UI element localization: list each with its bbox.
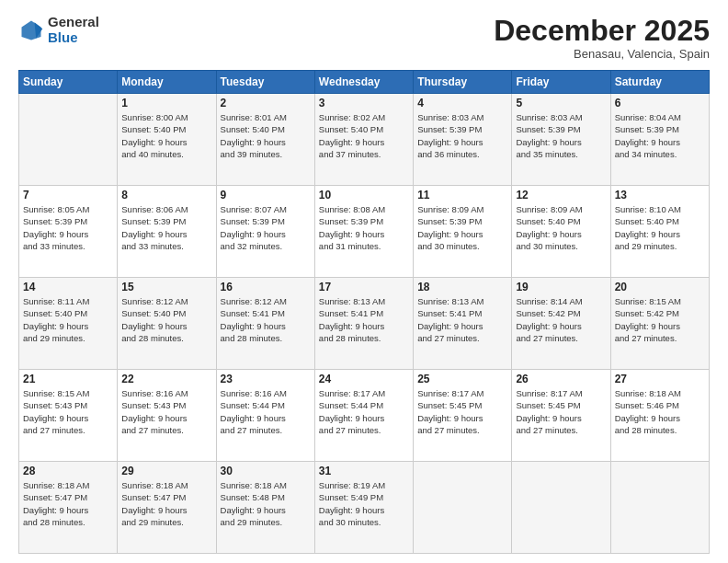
day-info: Sunrise: 8:12 AM Sunset: 5:41 PM Dayligh… (221, 295, 311, 344)
day-info: Sunrise: 8:08 AM Sunset: 5:39 PM Dayligh… (319, 203, 409, 252)
col-monday: Monday (118, 71, 216, 94)
day-info: Sunrise: 8:07 AM Sunset: 5:39 PM Dayligh… (221, 203, 311, 252)
day-info: Sunrise: 8:03 AM Sunset: 5:39 PM Dayligh… (516, 111, 606, 160)
day-number: 24 (319, 373, 409, 385)
day-info: Sunrise: 8:06 AM Sunset: 5:39 PM Dayligh… (121, 203, 211, 252)
day-info: Sunrise: 8:04 AM Sunset: 5:39 PM Dayligh… (615, 111, 705, 160)
day-number: 23 (221, 373, 311, 385)
calendar-cell: 25Sunrise: 8:17 AM Sunset: 5:45 PM Dayli… (414, 370, 512, 462)
calendar-cell: 30Sunrise: 8:18 AM Sunset: 5:48 PM Dayli… (216, 462, 314, 554)
calendar-cell: 28Sunrise: 8:18 AM Sunset: 5:47 PM Dayli… (19, 462, 118, 554)
calendar-cell: 14Sunrise: 8:11 AM Sunset: 5:40 PM Dayli… (19, 278, 118, 370)
calendar-cell: 11Sunrise: 8:09 AM Sunset: 5:39 PM Dayli… (414, 186, 512, 278)
day-info: Sunrise: 8:17 AM Sunset: 5:45 PM Dayligh… (516, 387, 606, 436)
calendar-cell: 8Sunrise: 8:06 AM Sunset: 5:39 PM Daylig… (118, 186, 216, 278)
calendar-cell: 22Sunrise: 8:16 AM Sunset: 5:43 PM Dayli… (118, 370, 216, 462)
day-info: Sunrise: 8:18 AM Sunset: 5:47 PM Dayligh… (23, 479, 113, 528)
day-info: Sunrise: 8:02 AM Sunset: 5:40 PM Dayligh… (319, 111, 409, 160)
day-number: 9 (221, 189, 311, 201)
calendar-cell: 26Sunrise: 8:17 AM Sunset: 5:45 PM Dayli… (512, 370, 610, 462)
calendar-week-3: 14Sunrise: 8:11 AM Sunset: 5:40 PM Dayli… (19, 278, 710, 370)
day-info: Sunrise: 8:10 AM Sunset: 5:40 PM Dayligh… (615, 203, 705, 252)
calendar-cell: 2Sunrise: 8:01 AM Sunset: 5:40 PM Daylig… (216, 94, 314, 186)
calendar-cell: 21Sunrise: 8:15 AM Sunset: 5:43 PM Dayli… (19, 370, 118, 462)
day-info: Sunrise: 8:01 AM Sunset: 5:40 PM Dayligh… (221, 111, 311, 160)
col-friday: Friday (512, 71, 610, 94)
day-info: Sunrise: 8:09 AM Sunset: 5:40 PM Dayligh… (516, 203, 606, 252)
day-number: 17 (319, 281, 409, 293)
day-number: 21 (23, 373, 113, 385)
calendar-header-row: Sunday Monday Tuesday Wednesday Thursday… (19, 71, 710, 94)
day-number: 12 (516, 189, 606, 201)
day-number: 10 (319, 189, 409, 201)
day-number: 22 (121, 373, 211, 385)
calendar-cell: 29Sunrise: 8:18 AM Sunset: 5:47 PM Dayli… (118, 462, 216, 554)
day-number: 4 (417, 97, 507, 109)
day-number: 16 (221, 281, 311, 293)
calendar-cell: 31Sunrise: 8:19 AM Sunset: 5:49 PM Dayli… (314, 462, 413, 554)
calendar-cell (19, 94, 118, 186)
day-number: 1 (121, 97, 211, 109)
calendar-cell: 18Sunrise: 8:13 AM Sunset: 5:41 PM Dayli… (414, 278, 512, 370)
logo: General Blue (18, 15, 99, 45)
calendar-cell (610, 462, 709, 554)
calendar-cell: 24Sunrise: 8:17 AM Sunset: 5:44 PM Dayli… (314, 370, 413, 462)
day-number: 15 (121, 281, 211, 293)
day-number: 20 (615, 281, 705, 293)
calendar-cell (414, 462, 512, 554)
calendar-cell (512, 462, 610, 554)
calendar-cell: 12Sunrise: 8:09 AM Sunset: 5:40 PM Dayli… (512, 186, 610, 278)
title-block: December 2025 Benasau, Valencia, Spain (494, 15, 710, 61)
day-number: 13 (615, 189, 705, 201)
day-number: 30 (221, 465, 311, 477)
day-info: Sunrise: 8:09 AM Sunset: 5:39 PM Dayligh… (417, 203, 507, 252)
calendar-week-5: 28Sunrise: 8:18 AM Sunset: 5:47 PM Dayli… (19, 462, 710, 554)
month-title: December 2025 (494, 15, 710, 47)
day-number: 6 (615, 97, 705, 109)
day-info: Sunrise: 8:18 AM Sunset: 5:47 PM Dayligh… (121, 479, 211, 528)
day-info: Sunrise: 8:03 AM Sunset: 5:39 PM Dayligh… (417, 111, 507, 160)
calendar-cell: 6Sunrise: 8:04 AM Sunset: 5:39 PM Daylig… (610, 94, 709, 186)
calendar-cell: 20Sunrise: 8:15 AM Sunset: 5:42 PM Dayli… (610, 278, 709, 370)
day-info: Sunrise: 8:00 AM Sunset: 5:40 PM Dayligh… (121, 111, 211, 160)
col-tuesday: Tuesday (216, 71, 314, 94)
day-info: Sunrise: 8:13 AM Sunset: 5:41 PM Dayligh… (417, 295, 507, 344)
calendar-cell: 16Sunrise: 8:12 AM Sunset: 5:41 PM Dayli… (216, 278, 314, 370)
day-info: Sunrise: 8:12 AM Sunset: 5:40 PM Dayligh… (121, 295, 211, 344)
day-number: 28 (23, 465, 113, 477)
location: Benasau, Valencia, Spain (494, 47, 710, 61)
day-info: Sunrise: 8:17 AM Sunset: 5:45 PM Dayligh… (417, 387, 507, 436)
day-number: 29 (121, 465, 211, 477)
day-info: Sunrise: 8:19 AM Sunset: 5:49 PM Dayligh… (319, 479, 409, 528)
calendar-cell: 5Sunrise: 8:03 AM Sunset: 5:39 PM Daylig… (512, 94, 610, 186)
calendar-cell: 27Sunrise: 8:18 AM Sunset: 5:46 PM Dayli… (610, 370, 709, 462)
day-info: Sunrise: 8:16 AM Sunset: 5:44 PM Dayligh… (221, 387, 311, 436)
calendar-cell: 10Sunrise: 8:08 AM Sunset: 5:39 PM Dayli… (314, 186, 413, 278)
day-number: 31 (319, 465, 409, 477)
logo-general: General (48, 14, 99, 29)
logo-icon (18, 17, 44, 43)
day-number: 26 (516, 373, 606, 385)
day-info: Sunrise: 8:05 AM Sunset: 5:39 PM Dayligh… (23, 203, 113, 252)
logo-text: General Blue (48, 15, 99, 45)
calendar-week-4: 21Sunrise: 8:15 AM Sunset: 5:43 PM Dayli… (19, 370, 710, 462)
day-number: 27 (615, 373, 705, 385)
day-info: Sunrise: 8:17 AM Sunset: 5:44 PM Dayligh… (319, 387, 409, 436)
calendar-week-2: 7Sunrise: 8:05 AM Sunset: 5:39 PM Daylig… (19, 186, 710, 278)
day-number: 18 (417, 281, 507, 293)
calendar-cell: 23Sunrise: 8:16 AM Sunset: 5:44 PM Dayli… (216, 370, 314, 462)
day-info: Sunrise: 8:15 AM Sunset: 5:43 PM Dayligh… (23, 387, 113, 436)
day-number: 3 (319, 97, 409, 109)
col-sunday: Sunday (19, 71, 118, 94)
col-saturday: Saturday (610, 71, 709, 94)
day-number: 11 (417, 189, 507, 201)
day-info: Sunrise: 8:13 AM Sunset: 5:41 PM Dayligh… (319, 295, 409, 344)
calendar-cell: 9Sunrise: 8:07 AM Sunset: 5:39 PM Daylig… (216, 186, 314, 278)
calendar-cell: 4Sunrise: 8:03 AM Sunset: 5:39 PM Daylig… (414, 94, 512, 186)
day-number: 2 (221, 97, 311, 109)
header: General Blue December 2025 Benasau, Vale… (18, 15, 710, 61)
day-info: Sunrise: 8:18 AM Sunset: 5:46 PM Dayligh… (615, 387, 705, 436)
day-info: Sunrise: 8:14 AM Sunset: 5:42 PM Dayligh… (516, 295, 606, 344)
logo-blue: Blue (48, 29, 78, 45)
day-info: Sunrise: 8:11 AM Sunset: 5:40 PM Dayligh… (23, 295, 113, 344)
